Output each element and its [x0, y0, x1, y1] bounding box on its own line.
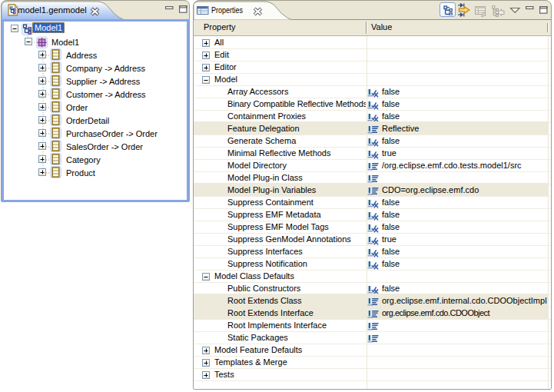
svg-text:Properties: Properties — [211, 5, 243, 15]
